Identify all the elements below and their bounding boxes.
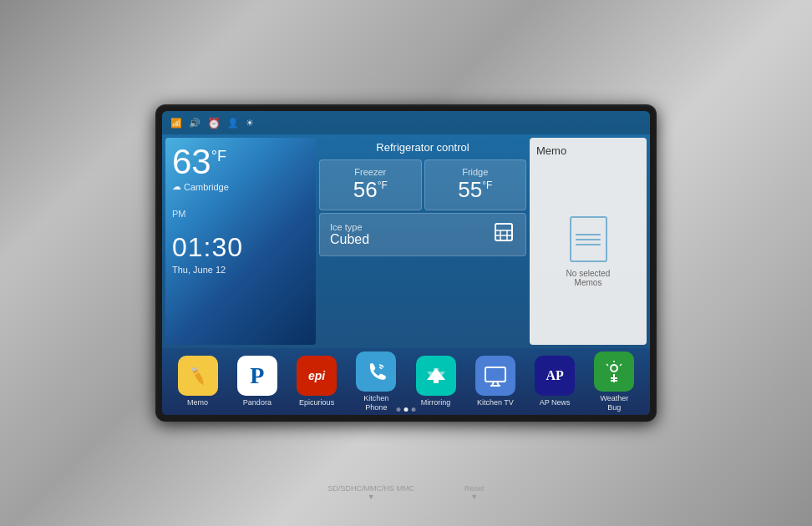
fridge-bottom-labels: SD/SDHC/MMC/HS MMC ▼ Reset ▼ — [327, 484, 484, 501]
kitchen-tv-app-label: Kitchen TV — [477, 398, 514, 407]
fridge-temp-value: 55 — [458, 177, 482, 202]
kitchen-tv-app-icon — [475, 356, 515, 396]
main-content: 63°F ☁ Cambridge PM 01:30 Thu, June 12 — [162, 134, 650, 348]
freezer-temp-value: 56 — [353, 177, 378, 202]
screen-bezel: 📶 🔊 ⏰ 👤 ☀ 63°F ☁ Camb — [155, 104, 657, 422]
app-item-epicurious[interactable]: epi Epicurious — [288, 356, 346, 407]
epicurious-app-label: Epicurious — [299, 398, 334, 407]
app-item-weather-bug[interactable]: WeatherBug — [586, 352, 643, 412]
fridge-unit: °F — [482, 180, 492, 191]
alarm-icon: ⏰ — [207, 117, 221, 129]
temp-controls: Freezer 56°F Fridge 55°F — [319, 159, 526, 210]
memo-panel-title: Memo — [536, 144, 566, 157]
weather-bug-app-icon — [594, 352, 634, 392]
app-item-mirroring[interactable]: Mirroring — [407, 356, 464, 407]
app-item-kitchen-phone[interactable]: KitchenPhone — [348, 352, 405, 412]
am-pm-display: PM — [172, 209, 186, 219]
svg-rect-0 — [495, 224, 512, 240]
svg-line-21 — [606, 364, 608, 366]
control-title: Refrigerator control — [319, 138, 526, 157]
app-dock: Memo P Pandora epi Epicurious — [162, 348, 650, 415]
svg-marker-10 — [427, 368, 445, 383]
freezer-unit: °F — [378, 180, 388, 191]
page-dot-2 — [404, 407, 409, 412]
memo-line-1 — [576, 234, 601, 235]
page-dot-1 — [397, 407, 401, 412]
memo-app-icon — [178, 356, 218, 396]
app-item-memo[interactable]: Memo — [169, 356, 226, 407]
app-item-pandora[interactable]: P Pandora — [228, 356, 286, 407]
volume-icon: 🔊 — [189, 118, 200, 129]
freezer-box[interactable]: Freezer 56°F — [319, 159, 422, 210]
freezer-label: Freezer — [327, 167, 414, 177]
people-icon: 👤 — [227, 118, 239, 129]
reset-arrow: ▼ — [464, 493, 485, 501]
screen: 📶 🔊 ⏰ 👤 ☀ 63°F ☁ Camb — [162, 111, 650, 415]
memo-doc-icon — [570, 216, 607, 262]
page-dots — [397, 407, 416, 412]
freezer-temp: 56°F — [327, 177, 414, 203]
svg-line-22 — [620, 364, 622, 366]
memo-app-label: Memo — [187, 398, 208, 407]
temperature-display: 63°F — [172, 144, 309, 180]
weather-location: ☁ Cambridge — [172, 181, 309, 192]
wifi-icon: 📶 — [170, 118, 182, 129]
memo-icon-area: No selectedMemos — [566, 165, 611, 338]
memo-line-3 — [576, 244, 601, 245]
app-item-kitchen-tv[interactable]: Kitchen TV — [466, 356, 524, 407]
memo-panel[interactable]: Memo No selectedMemos › — [530, 138, 647, 345]
ice-control[interactable]: Ice type Cubed — [319, 213, 526, 256]
cloud-icon: ☁ — [172, 181, 181, 192]
status-bar: 📶 🔊 ⏰ 👤 ☀ — [162, 111, 650, 134]
time-display: 01:30 — [172, 232, 309, 263]
brightness-icon: ☀ — [246, 118, 254, 129]
location-text: Cambridge — [184, 182, 229, 192]
memo-line-2 — [576, 239, 601, 240]
ice-type-label: Ice type — [330, 222, 369, 232]
ap-news-app-icon: AP — [535, 356, 575, 396]
reset-label[interactable]: Reset ▼ — [464, 484, 485, 501]
sd-card-label: SD/SDHC/MMC/HS MMC ▼ — [327, 484, 414, 501]
kitchen-phone-app-label: KitchenPhone — [363, 394, 388, 412]
kitchen-phone-app-icon — [356, 352, 396, 392]
app-item-ap-news[interactable]: AP AP News — [526, 356, 584, 407]
sd-arrow: ▼ — [327, 493, 414, 501]
page-dot-3 — [412, 407, 416, 412]
fridge-control: Refrigerator control Freezer 56°F Fridge… — [319, 138, 526, 345]
pandora-app-label: Pandora — [243, 398, 272, 407]
ice-icon — [492, 220, 515, 249]
svg-point-16 — [612, 366, 617, 371]
mirroring-app-label: Mirroring — [421, 398, 451, 407]
weather-widget[interactable]: 63°F ☁ Cambridge PM 01:30 Thu, June 12 — [165, 138, 316, 345]
weather-bug-app-label: WeatherBug — [600, 394, 628, 412]
ice-type-value: Cubed — [330, 232, 369, 247]
fridge-display: { "status_bar": { "icons": ["wifi", "vol… — [0, 0, 812, 526]
svg-rect-11 — [485, 367, 505, 382]
temp-unit: °F — [211, 148, 226, 164]
epicurious-app-icon: epi — [297, 356, 337, 396]
fridge-body: 📶 🔊 ⏰ 👤 ☀ 63°F ☁ Camb — [0, 0, 812, 526]
fridge-label: Fridge — [432, 167, 520, 177]
fridge-box[interactable]: Fridge 55°F — [424, 159, 527, 210]
mirroring-app-icon — [416, 356, 456, 396]
ap-news-app-label: AP News — [540, 398, 571, 407]
temperature-value: 63 — [172, 142, 211, 181]
date-display: Thu, June 12 — [172, 265, 309, 275]
pandora-app-icon: P — [237, 356, 277, 396]
memo-no-selected: No selectedMemos — [566, 269, 611, 287]
fridge-temp: 55°F — [432, 177, 520, 203]
